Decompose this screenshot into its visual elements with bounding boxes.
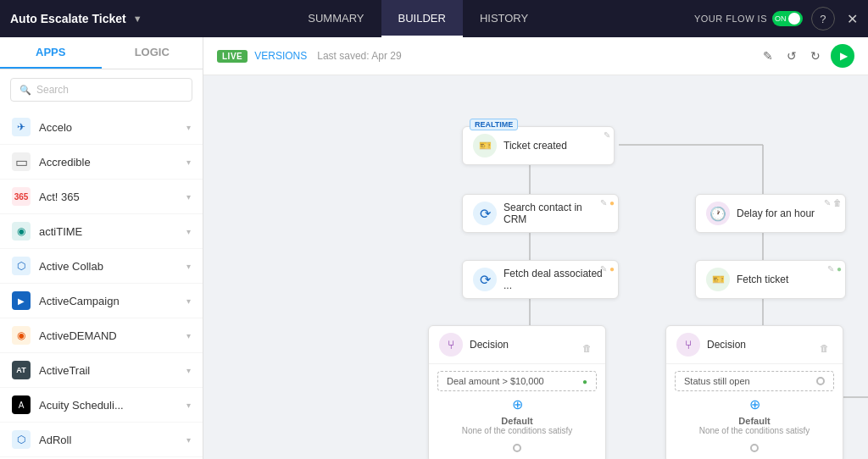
- canvas: LIVE VERSIONS Last saved: Apr 29 ✎ ↺ ↻ ▶: [203, 37, 868, 459]
- search-placeholder: Search: [36, 84, 69, 96]
- decision-right-node[interactable]: ⑂ Decision 🗑 Status still open ⊕ Default…: [665, 325, 843, 459]
- decision-right-label: Decision: [707, 339, 746, 351]
- node-actions: ✎ ●: [600, 264, 615, 274]
- flow-area[interactable]: REALTIME 🎫 Ticket created ✎ ⟳ Search con…: [203, 75, 868, 459]
- default-dot: [750, 444, 759, 452]
- sidebar-item-activecampaign[interactable]: ▶ ActiveCampaign ▾: [0, 284, 203, 318]
- header-nav: SUMMARY BUILDER HISTORY: [291, 0, 545, 37]
- activedemand-icon: ◉: [12, 326, 31, 345]
- canvas-actions: ✎ ↺ ↻ ▶: [760, 44, 854, 68]
- live-badge: LIVE: [217, 50, 248, 63]
- chevron-down-icon: ▾: [186, 192, 191, 202]
- default-sub: None of the conditions satisfy: [675, 426, 834, 435]
- decision-left-icon: ⑂: [439, 333, 463, 357]
- sidebar-item-acuity[interactable]: A Acuity Scheduli... ▾: [0, 388, 203, 423]
- ticket-created-icon: 🎫: [473, 134, 497, 158]
- edit-icon[interactable]: ✎: [827, 264, 834, 274]
- decision-node-actions: 🗑: [820, 343, 829, 353]
- search-box: 🔍 Search: [10, 78, 192, 102]
- condition-text: Deal amount > $10,000: [447, 376, 544, 386]
- default-sub: None of the conditions satisfy: [437, 426, 597, 435]
- acuity-label: Acuity Scheduli...: [39, 399, 124, 412]
- fetch-ticket-node[interactable]: 🎫 Fetch ticket ✎ ●: [695, 260, 846, 299]
- toggle-label: ON: [775, 14, 787, 23]
- ticket-created-node[interactable]: REALTIME 🎫 Ticket created ✎: [462, 126, 615, 165]
- status-dot: ●: [837, 264, 842, 274]
- decision-right-icon: ⑂: [676, 333, 700, 357]
- sidebar-item-activetrail[interactable]: AT ActiveTrail ▾: [0, 353, 203, 388]
- decision-node-actions: 🗑: [582, 343, 592, 353]
- tab-history[interactable]: HISTORY: [463, 0, 545, 37]
- search-icon: 🔍: [19, 85, 31, 96]
- chevron-down-icon: ▾: [186, 435, 191, 445]
- condition-box[interactable]: Deal amount > $10,000 ●: [437, 371, 597, 391]
- delay-node[interactable]: 🕐 Delay for an hour ✎ 🗑: [695, 194, 846, 233]
- delay-icon: 🕐: [706, 202, 730, 225]
- edit-icon[interactable]: ✎: [604, 130, 610, 140]
- header: Auto Escalate Ticket ▼ SUMMARY BUILDER H…: [0, 0, 868, 37]
- pencil-icon[interactable]: ✎: [760, 47, 776, 64]
- versions-link[interactable]: VERSIONS: [254, 50, 307, 62]
- decision-left-node[interactable]: ⑂ Decision 🗑 Deal amount > $10,000 ● ⊕ D…: [428, 325, 606, 459]
- delete-icon[interactable]: 🗑: [820, 343, 829, 353]
- default-label: Default: [437, 416, 597, 426]
- chevron-down-icon: ▾: [186, 262, 191, 271]
- activecollab-label: Active Collab: [39, 260, 103, 273]
- sidebar-item-adroll[interactable]: ⬡ AdRoll ▾: [0, 423, 203, 457]
- sidebar-tab-logic[interactable]: LOGIC: [102, 37, 203, 69]
- ticket-created-label: Ticket created: [504, 140, 567, 152]
- decision-right-body: Status still open ⊕ Default None of the …: [666, 364, 843, 459]
- accelo-icon: ✈: [12, 118, 31, 136]
- sidebar-item-accredible[interactable]: ▭ Accredible ▾: [0, 145, 203, 180]
- fetch-deal-node[interactable]: ⟳ Fetch deal associated ... ✎ ●: [462, 260, 619, 299]
- chevron-down-icon: ▾: [186, 331, 191, 340]
- condition-text: Status still open: [684, 376, 750, 386]
- header-title: Auto Escalate Ticket: [10, 12, 126, 25]
- run-button[interactable]: ▶: [831, 44, 854, 68]
- toggle-knob: [788, 13, 800, 25]
- tab-summary[interactable]: SUMMARY: [291, 0, 381, 37]
- actitime-icon: ◉: [12, 222, 31, 241]
- sidebar-item-actitime[interactable]: ◉ actiTIME ▾: [0, 214, 203, 249]
- edit-icon[interactable]: ✎: [600, 264, 607, 274]
- activecollab-icon: ⬡: [12, 257, 31, 275]
- search-contact-node[interactable]: ⟳ Search contact in CRM ✎ ●: [462, 194, 619, 233]
- acuity-icon: A: [12, 395, 31, 414]
- sidebar-item-act365[interactable]: 365 Act! 365 ▾: [0, 180, 203, 214]
- delete-icon[interactable]: 🗑: [833, 198, 842, 207]
- redo-icon[interactable]: ↻: [807, 47, 824, 64]
- canvas-toolbar: LIVE VERSIONS Last saved: Apr 29 ✎ ↺ ↻ ▶: [203, 37, 868, 75]
- activedemand-label: ActiveDEMAND: [39, 329, 117, 342]
- activetrail-label: ActiveTrail: [39, 364, 90, 377]
- sidebar-item-left: ⬡ AdRoll: [12, 430, 71, 449]
- edit-icon[interactable]: ✎: [600, 198, 607, 207]
- flow-toggle[interactable]: ON: [772, 11, 803, 26]
- sidebar-tab-apps[interactable]: APPS: [0, 37, 102, 69]
- help-button[interactable]: ?: [811, 7, 835, 30]
- edit-icon[interactable]: ✎: [824, 198, 831, 207]
- sidebar-item-accelo[interactable]: ✈ Accelo ▾: [0, 110, 203, 145]
- sidebar-item-activecollab[interactable]: ⬡ Active Collab ▾: [0, 249, 203, 284]
- delete-icon[interactable]: 🗑: [582, 343, 592, 353]
- sidebar-item-activedemand[interactable]: ◉ ActiveDEMAND ▾: [0, 318, 203, 353]
- node-actions: ✎ ●: [600, 198, 615, 207]
- tab-builder[interactable]: BUILDER: [381, 0, 463, 37]
- run-icon: ▶: [840, 50, 848, 62]
- header-left: Auto Escalate Ticket ▼: [10, 12, 142, 25]
- default-dot: [513, 444, 521, 452]
- decision-left-header: ⑂ Decision 🗑: [429, 326, 605, 364]
- flow-status: YOUR FLOW IS ON: [694, 11, 803, 26]
- undo-icon[interactable]: ↺: [783, 47, 800, 64]
- node-actions: ✎: [604, 130, 610, 140]
- add-condition-button[interactable]: ⊕: [675, 396, 834, 412]
- sidebar-item-left: ⬡ Active Collab: [12, 257, 103, 275]
- condition-box[interactable]: Status still open: [675, 371, 834, 391]
- accelo-label: Accelo: [39, 121, 72, 134]
- header-chevron-icon[interactable]: ▼: [133, 14, 142, 24]
- add-condition-button[interactable]: ⊕: [437, 396, 597, 412]
- adroll-icon: ⬡: [12, 430, 31, 449]
- chevron-down-icon: ▾: [186, 401, 191, 410]
- status-dot: ●: [609, 198, 615, 207]
- sidebar-item-left: ✈ Accelo: [12, 118, 72, 136]
- close-button[interactable]: ✕: [847, 11, 858, 27]
